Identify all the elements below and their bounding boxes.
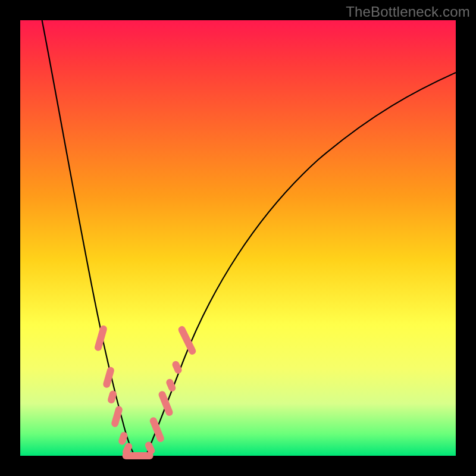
curve-svg bbox=[20, 20, 456, 456]
marker-right-2 bbox=[149, 416, 165, 443]
bottleneck-curve bbox=[42, 20, 456, 455]
curve-left-branch bbox=[42, 20, 134, 455]
marker-left-1 bbox=[94, 325, 108, 352]
marker-right-4 bbox=[165, 378, 177, 393]
marker-left-3 bbox=[107, 390, 118, 404]
watermark-text: TheBottleneck.com bbox=[346, 4, 470, 20]
plot-area bbox=[20, 20, 456, 456]
chart-frame: TheBottleneck.com bbox=[0, 0, 476, 476]
curve-right-branch bbox=[146, 73, 456, 455]
marker-group bbox=[94, 325, 198, 459]
marker-flat bbox=[123, 452, 154, 459]
marker-right-3 bbox=[158, 390, 174, 417]
